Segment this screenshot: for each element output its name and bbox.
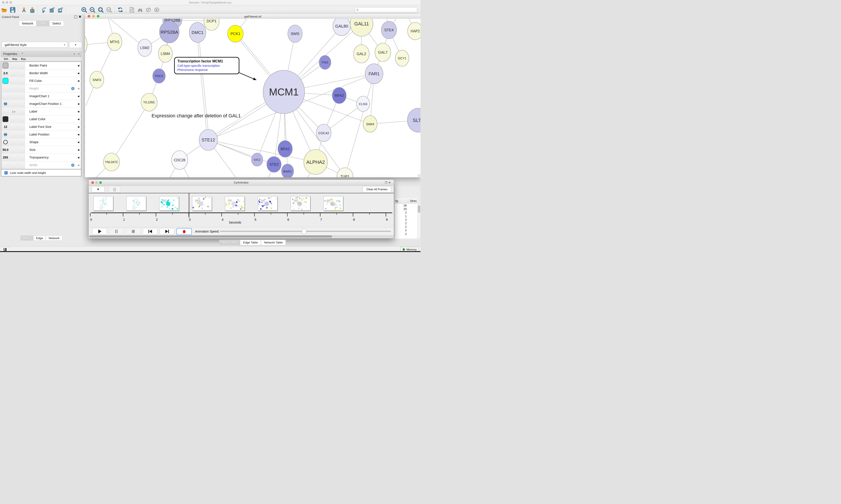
property-row-image-chart-position-1[interactable]: Image/Chart Position 1◀ bbox=[1, 100, 81, 108]
node-STE2[interactable]: STE2 bbox=[267, 157, 281, 172]
float-panel-icon[interactable] bbox=[74, 16, 77, 18]
table-cell[interactable]: 2 bbox=[394, 218, 417, 221]
expand-row-icon[interactable]: ◀ bbox=[77, 125, 79, 128]
node-MTH1[interactable]: MTH1 bbox=[108, 33, 122, 51]
node-GCY1[interactable]: GCY1 bbox=[395, 50, 409, 66]
ellipse-shape-icon[interactable] bbox=[3, 140, 8, 144]
node-SWI5[interactable]: SWI5 bbox=[288, 25, 302, 42]
hide-details-icon[interactable] bbox=[145, 6, 152, 13]
byp-cell[interactable] bbox=[18, 162, 25, 168]
table-cell[interactable]: 25 bbox=[394, 207, 417, 211]
property-row-height[interactable]: Heighti◀ bbox=[1, 85, 81, 92]
position-icon[interactable] bbox=[3, 133, 7, 136]
property-row-transparency[interactable]: 255Transparency◀ bbox=[1, 154, 81, 161]
def-cell[interactable]: 50.0 bbox=[2, 146, 9, 153]
node-STE12[interactable]: STE12 bbox=[199, 129, 217, 150]
info-icon[interactable]: i bbox=[71, 87, 74, 90]
table-cell[interactable]: 1 bbox=[394, 215, 417, 218]
map-cell[interactable] bbox=[10, 115, 17, 123]
animation-speed-slider[interactable] bbox=[220, 227, 391, 235]
network-graph[interactable]: RPS28BRPS28ADCP1DMC1PCK1MTH1LSM2LSM4SNF3… bbox=[85, 19, 420, 177]
tab-style[interactable]: Style bbox=[36, 21, 49, 26]
pause-button[interactable] bbox=[109, 228, 124, 234]
node-PDC5[interactable]: PDC5 bbox=[153, 69, 165, 83]
map-cell[interactable] bbox=[10, 100, 17, 107]
property-row-label-position[interactable]: Label Position◀ bbox=[1, 131, 81, 138]
def-cell[interactable] bbox=[2, 85, 9, 92]
style-selector[interactable]: galFiltered Style ▾ bbox=[2, 42, 68, 48]
zoom-selected-icon[interactable] bbox=[105, 6, 112, 13]
def-cell[interactable] bbox=[2, 108, 9, 115]
add-frame-button[interactable]: + bbox=[92, 186, 105, 193]
node-STE4[interactable]: STE4 bbox=[381, 21, 397, 39]
properties-header[interactable]: Properties ▾ » « bbox=[1, 51, 82, 57]
discrete-mapping-icon[interactable]: ⋮› bbox=[12, 110, 15, 113]
mcm1-annotation[interactable]: Transcription factor MCM1 Cell-type-spec… bbox=[174, 57, 239, 74]
node-ALPHA2[interactable]: ALPHA2 bbox=[304, 149, 327, 175]
map-cell[interactable] bbox=[10, 77, 17, 84]
property-row-image-chart-1[interactable]: Image/Chart 1◀ bbox=[1, 92, 81, 100]
def-cell[interactable] bbox=[2, 115, 9, 123]
node-YIL105C[interactable]: YIL105C bbox=[141, 93, 157, 111]
node-CLN3[interactable]: CLN3 bbox=[357, 96, 370, 111]
export-image-icon[interactable] bbox=[56, 6, 64, 13]
node-YNL047C[interactable]: YNL047C bbox=[103, 153, 120, 171]
edge[interactable] bbox=[198, 32, 209, 140]
def-cell[interactable]: 255 bbox=[2, 154, 9, 161]
byp-cell[interactable] bbox=[18, 123, 25, 130]
close-panel-icon[interactable]: ✖ bbox=[78, 15, 81, 18]
map-cell[interactable] bbox=[10, 123, 17, 130]
node-DMC1[interactable]: DMC1 bbox=[189, 22, 206, 42]
map-cell[interactable] bbox=[10, 162, 17, 168]
zoom-fit-icon[interactable] bbox=[97, 6, 104, 13]
node-GIC2[interactable]: GIC2 bbox=[251, 153, 263, 166]
node-EDGE-L[interactable] bbox=[85, 36, 87, 53]
map-cell[interactable] bbox=[10, 146, 17, 153]
frame-thumbnail-7[interactable] bbox=[323, 196, 343, 211]
table-cell[interactable]: 2 bbox=[394, 225, 417, 229]
annotation-link-1[interactable]: Cell-type-specific transcription bbox=[177, 64, 236, 68]
node-TUP1[interactable]: TUP1 bbox=[337, 168, 353, 177]
default-swatch[interactable] bbox=[3, 62, 8, 68]
slider-thumb[interactable] bbox=[302, 229, 306, 234]
annotation-link-2[interactable]: Pheromone response bbox=[177, 68, 236, 72]
def-cell[interactable] bbox=[2, 77, 9, 84]
property-row-border-width[interactable]: 2.0Border Width◀ bbox=[1, 69, 81, 77]
byp-cell[interactable] bbox=[18, 154, 25, 161]
network-canvas[interactable]: RPS28BRPS28ADCP1DMC1PCK1MTH1LSM2LSM4SNF3… bbox=[85, 19, 420, 177]
col-ity[interactable]: ity bbox=[395, 199, 398, 202]
tab-node-table[interactable]: Node Table bbox=[219, 240, 240, 245]
node-LSM4[interactable]: LSM4 bbox=[158, 45, 172, 62]
map-cell[interactable] bbox=[10, 131, 17, 138]
node-CDC28[interactable]: CDC28 bbox=[172, 151, 188, 169]
map-cell[interactable] bbox=[10, 154, 17, 161]
import-network-icon[interactable] bbox=[20, 6, 28, 13]
frame-thumbnail-1[interactable] bbox=[126, 196, 146, 211]
record-button[interactable] bbox=[177, 228, 192, 235]
stop-button[interactable] bbox=[126, 228, 141, 234]
expand-row-icon[interactable]: ◀ bbox=[77, 148, 79, 151]
node-MFA2[interactable]: MFA2 bbox=[332, 87, 346, 104]
network-window-titlebar[interactable]: galFiltered.sif bbox=[85, 14, 420, 19]
property-row-width[interactable]: Widthi◀ bbox=[1, 161, 81, 169]
export-table-icon[interactable] bbox=[48, 6, 56, 13]
node-RPS28A[interactable]: RPS28A bbox=[159, 21, 179, 43]
node-FAR1[interactable]: FAR1 bbox=[365, 64, 383, 84]
refresh-icon[interactable] bbox=[117, 6, 124, 13]
expand-row-icon[interactable]: ◀ bbox=[77, 156, 79, 159]
default-swatch[interactable] bbox=[3, 78, 8, 84]
node-MFA1[interactable]: MFA1 bbox=[278, 141, 292, 157]
frame-thumbnail-4[interactable] bbox=[225, 196, 245, 211]
tab-edge-table[interactable]: Edge Table bbox=[240, 240, 261, 245]
byp-cell[interactable] bbox=[18, 139, 25, 146]
save-session-icon[interactable] bbox=[9, 6, 16, 13]
expand-row-icon[interactable]: ◀ bbox=[77, 133, 79, 136]
export-network-icon[interactable] bbox=[40, 6, 47, 13]
show-details-icon[interactable] bbox=[153, 6, 160, 13]
def-cell[interactable]: 12 bbox=[2, 123, 9, 130]
def-cell[interactable] bbox=[2, 131, 9, 138]
edge[interactable] bbox=[197, 32, 208, 140]
frame-thumbnail-5[interactable] bbox=[258, 196, 278, 211]
node-SLT2[interactable]: SLT2 bbox=[407, 108, 420, 132]
expand-row-icon[interactable]: ◀ bbox=[77, 141, 79, 144]
